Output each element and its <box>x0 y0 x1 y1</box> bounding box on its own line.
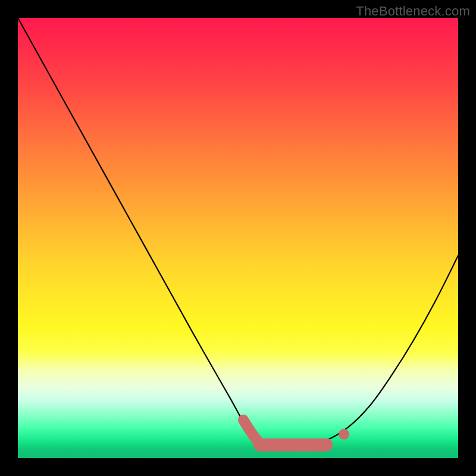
chart-frame: TheBottleneck.com <box>0 0 476 476</box>
svg-point-0 <box>339 429 349 440</box>
watermark-text: TheBottleneck.com <box>356 4 470 19</box>
valley-fit-band <box>243 420 349 445</box>
bottleneck-curve-line <box>18 18 458 445</box>
chart-plot-area <box>18 18 458 458</box>
chart-svg <box>18 18 458 458</box>
